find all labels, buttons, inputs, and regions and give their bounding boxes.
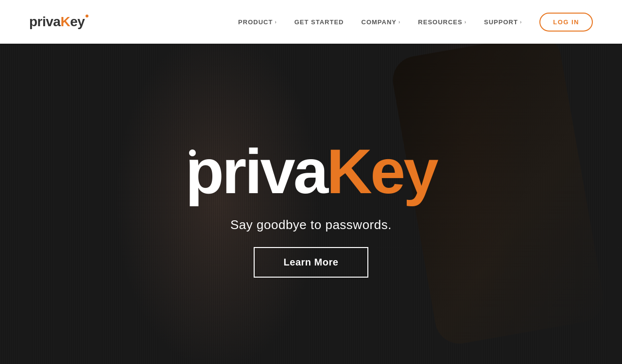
nav-item-product[interactable]: PRODUCT ›	[238, 18, 277, 26]
chevron-down-icon: ›	[465, 19, 466, 25]
hero-logo: privaKey	[185, 140, 436, 203]
nav-link-company[interactable]: COMPANY ›	[362, 18, 401, 26]
nav-item-company[interactable]: COMPANY ›	[362, 18, 401, 26]
nav-item-support[interactable]: SUPPORT ›	[484, 18, 522, 26]
nav-link-support[interactable]: SUPPORT ›	[484, 18, 522, 26]
nav-item-get-started[interactable]: GET STARTED	[294, 18, 344, 26]
logo-key-K: K	[60, 14, 70, 29]
chevron-down-icon: ›	[275, 19, 276, 25]
nav-item-login[interactable]: LOG IN	[539, 13, 593, 32]
hero-content: privaKey Say goodbye to passwords. Learn…	[185, 140, 436, 278]
logo[interactable]: privaKey	[29, 14, 88, 30]
hero-logo-K: K	[327, 136, 370, 207]
nav-item-resources[interactable]: RESOURCES ›	[418, 18, 466, 26]
hero-logo-ey: ey	[370, 136, 437, 207]
logo-priva: priva	[29, 14, 60, 29]
logo-key-rest: ey	[70, 14, 85, 29]
hero-tagline: Say goodbye to passwords.	[230, 217, 392, 232]
chevron-down-icon: ›	[398, 19, 400, 25]
nav-links: PRODUCT › GET STARTED COMPANY › RESOURCE…	[238, 13, 593, 32]
navbar: privaKey PRODUCT › GET STARTED COMPANY ›…	[0, 0, 622, 44]
nav-link-product[interactable]: PRODUCT ›	[238, 18, 277, 26]
nav-link-resources[interactable]: RESOURCES ›	[418, 18, 466, 26]
hero-section: privaKey Say goodbye to passwords. Learn…	[0, 0, 622, 364]
logo-dot	[86, 15, 88, 17]
learn-more-button[interactable]: Learn More	[254, 247, 369, 278]
login-button[interactable]: LOG IN	[539, 13, 593, 32]
chevron-down-icon: ›	[520, 19, 522, 25]
hero-logo-dot-wrap: privaKey	[185, 140, 436, 203]
hero-logo-priva: priva	[185, 136, 327, 207]
nav-link-get-started[interactable]: GET STARTED	[294, 18, 344, 26]
